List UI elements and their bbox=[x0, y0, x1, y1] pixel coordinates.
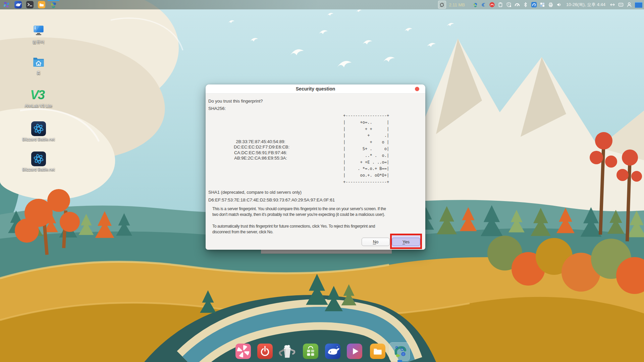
file-manager-icon[interactable] bbox=[38, 1, 45, 8]
network-monitor-icon[interactable] bbox=[438, 1, 446, 9]
desktop-icon-label: 홈 bbox=[37, 70, 41, 76]
ahnlab-blue-app-icon[interactable] bbox=[531, 2, 537, 7]
background-window-edge[interactable] bbox=[261, 250, 392, 254]
hamonikr-logo-icon[interactable] bbox=[50, 1, 57, 8]
terminal-icon[interactable] bbox=[26, 1, 34, 8]
desktop-icon-label: AhnLab V3 Lite bbox=[25, 104, 52, 108]
keyboard-indicator-icon[interactable] bbox=[618, 2, 624, 7]
no-button[interactable]: No bbox=[362, 238, 390, 246]
sha256-label: SHA256: bbox=[208, 106, 226, 111]
info-paragraph-1: This is a server fingerprint. You should… bbox=[212, 206, 386, 218]
whale-browser-icon[interactable] bbox=[325, 344, 340, 359]
hamonikr-globe-icon[interactable] bbox=[391, 343, 408, 360]
power-icon[interactable] bbox=[257, 344, 273, 359]
sha1-value: D6:EF:57:53:7E:18:C7:4E:D2:5B:93:73:67:A… bbox=[208, 197, 335, 202]
panel-tray: 2.11 MB bbox=[438, 0, 644, 9]
sha1-label: SHA1 (deprecated, compare to old servers… bbox=[208, 190, 302, 195]
shield-info-icon[interactable] bbox=[506, 2, 512, 7]
desktop-icon-home[interactable]: 홈 bbox=[12, 55, 65, 76]
user-icon[interactable] bbox=[627, 2, 632, 7]
desktop-icon-label: 컴퓨터 bbox=[33, 39, 45, 45]
hancom-flower-icon[interactable] bbox=[3, 1, 10, 8]
close-icon[interactable] bbox=[415, 87, 419, 91]
app-grid-icon[interactable] bbox=[540, 2, 545, 7]
desktop: 2.11 MB bbox=[0, 0, 644, 362]
top-panel: 2.11 MB bbox=[0, 0, 644, 9]
info-paragraph-2: To automatically trust this fingerprint … bbox=[212, 224, 375, 235]
input-switch-arrows-icon[interactable] bbox=[610, 2, 615, 7]
hamonikr-tray-icon[interactable] bbox=[473, 2, 478, 7]
desktop-icon-label: Blizzard Battle.net bbox=[22, 167, 55, 172]
panel-launchers bbox=[0, 0, 57, 9]
workspace-rect-icon[interactable] bbox=[635, 2, 642, 8]
question-text: Do you trust this fingerprint? bbox=[208, 99, 263, 104]
battle-net-icon bbox=[31, 121, 46, 136]
battle-net-icon bbox=[31, 152, 46, 166]
clipboard-icon[interactable] bbox=[498, 2, 503, 7]
trash-icon[interactable] bbox=[279, 344, 296, 359]
clock[interactable]: 10-26(목), 오후 4:44 bbox=[566, 2, 605, 8]
whale-browser-icon[interactable] bbox=[14, 1, 22, 8]
yes-button[interactable]: Yes bbox=[392, 238, 420, 246]
home-folder-icon bbox=[31, 55, 46, 69]
printer-icon[interactable] bbox=[548, 2, 553, 7]
dock-active-badge bbox=[397, 360, 402, 362]
sha256-fingerprint: 2B:33:7E:87:45:40:54:89: DC:EC:EC:D2:F7:… bbox=[234, 139, 287, 161]
media-player-icon[interactable] bbox=[347, 344, 362, 359]
ahnlab-v3-icon: V3 bbox=[30, 87, 48, 103]
desktop-icon-label: Blizzard Battle.net bbox=[22, 137, 55, 142]
dialog-title: Security question bbox=[206, 86, 425, 92]
bluetooth-icon[interactable] bbox=[523, 2, 528, 7]
active-app-indicator bbox=[48, 0, 59, 1]
svg-text:V3: V3 bbox=[30, 87, 45, 102]
memory-usage: 2.11 MB bbox=[449, 2, 465, 7]
dock bbox=[0, 342, 644, 362]
volume-icon[interactable] bbox=[556, 2, 562, 7]
desktop-icon-computer[interactable]: 컴퓨터 bbox=[12, 23, 65, 45]
blue-swirl-icon[interactable] bbox=[481, 2, 486, 7]
key-randomart: +-----------------+ | +o=.. | | + + | | … bbox=[343, 113, 389, 186]
dialog-titlebar[interactable]: Security question bbox=[206, 84, 425, 94]
desktop-icon-battlenet-2[interactable]: Blizzard Battle.net bbox=[12, 152, 65, 172]
software-center-icon[interactable] bbox=[303, 344, 318, 359]
security-dialog: Security question Do you trust this fing… bbox=[206, 84, 425, 250]
network-gauge-icon[interactable] bbox=[515, 2, 520, 7]
files-icon[interactable] bbox=[370, 344, 385, 359]
desktop-icon-battlenet-1[interactable]: Blizzard Battle.net bbox=[12, 121, 65, 142]
desktop-icon-ahnlab-v3[interactable]: V3 AhnLab V3 Lite bbox=[12, 87, 65, 109]
candy-pinwheel-icon[interactable] bbox=[235, 344, 251, 359]
security-red-badge-icon[interactable] bbox=[489, 2, 495, 7]
computer-icon bbox=[31, 23, 46, 38]
